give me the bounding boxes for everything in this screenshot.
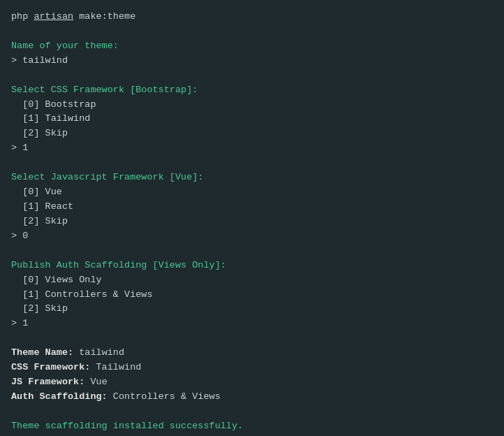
cmd-php: php	[11, 11, 34, 22]
css-input: > 1	[11, 141, 493, 156]
summary-theme: Theme Name: tailwind	[11, 346, 493, 361]
css-label: CSS Framework:	[11, 362, 90, 372]
auth-opt-2: [2] Skip	[11, 302, 493, 317]
auth-question: Publish Auth Scaffolding [Views Only]:	[11, 259, 493, 273]
terminal: php artisan make:theme Name of your them…	[11, 10, 493, 436]
blank-4	[11, 244, 493, 259]
blank-1	[11, 24, 493, 39]
css-opt-2: [2] Skip	[11, 126, 493, 141]
blank-2	[11, 68, 493, 83]
name-prompt: Name of your theme:	[11, 39, 493, 54]
js-input: > 0	[11, 229, 493, 244]
name-input: > tailwind	[11, 54, 493, 68]
auth-opt-1: [1] Controllers & Views	[11, 288, 493, 303]
cmd-make: make:theme	[73, 11, 135, 22]
summary-auth: Auth Scaffolding: Controllers & Views	[11, 390, 493, 405]
css-opt-1: [1] Tailwind	[11, 112, 493, 126]
js-opt-2: [2] Skip	[11, 215, 493, 229]
js-label: JS Framework:	[11, 377, 84, 387]
auth-label: Auth Scaffolding:	[11, 391, 108, 402]
theme-name-label: Theme Name:	[11, 347, 73, 358]
success-message: Theme scaffolding installed successfully…	[11, 419, 493, 434]
blank-3	[11, 156, 493, 170]
css-opt-0: [0] Bootstrap	[11, 98, 493, 112]
js-val: Vue	[84, 377, 107, 387]
auth-opt-0: [0] Views Only	[11, 273, 493, 288]
auth-input: > 1	[11, 317, 493, 331]
theme-name-val: tailwind	[73, 347, 124, 358]
summary-css: CSS Framework: Tailwind	[11, 361, 493, 375]
js-opt-0: [0] Vue	[11, 185, 493, 200]
summary-js: JS Framework: Vue	[11, 375, 493, 390]
auth-val: Controllers & Views	[108, 391, 221, 402]
js-opt-1: [1] React	[11, 200, 493, 215]
css-val: Tailwind	[90, 362, 141, 372]
js-question: Select Javascript Framework [Vue]:	[11, 170, 493, 185]
blank-5	[11, 331, 493, 346]
css-question: Select CSS Framework [Bootstrap]:	[11, 83, 493, 98]
cmd-artisan: artisan	[34, 11, 73, 22]
blank-6	[11, 405, 493, 419]
command-line: php artisan make:theme	[11, 10, 493, 24]
